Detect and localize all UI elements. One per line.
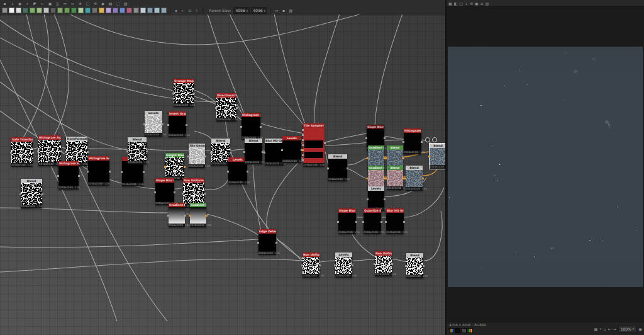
input-connector[interactable]: [386, 157, 387, 159]
graph-node-blend[interactable]: Blend2048x2048 · L16: [245, 139, 262, 164]
next-icon[interactable]: →: [613, 327, 616, 331]
output-connector[interactable]: [355, 221, 357, 223]
graph-node-levels[interactable]: Levels2048x2048 · L16: [145, 111, 162, 137]
output-connector[interactable]: [193, 93, 195, 94]
output-connector[interactable]: [42, 193, 43, 195]
graph-node-tile-generator[interactable]: Tile Generator2048x2048 · L16: [189, 144, 205, 168]
input-connector[interactable]: [302, 159, 304, 161]
input-connector[interactable]: [302, 154, 304, 156]
alert-icon[interactable]: !: [194, 8, 199, 13]
pixel-icon[interactable]: ▫: [604, 327, 606, 331]
output-connector[interactable]: [206, 215, 208, 217]
graph-node-blend[interactable]: Blend2048x2048 · L16: [211, 139, 230, 166]
output-connector[interactable]: [236, 107, 238, 109]
node-type-button-14[interactable]: [92, 8, 97, 13]
input-connector[interactable]: [215, 107, 217, 109]
node-type-button-20[interactable]: [133, 8, 139, 13]
texture-set-icon[interactable]: ▨: [288, 8, 293, 13]
input-connector[interactable]: [302, 149, 304, 151]
input-connector[interactable]: [367, 198, 369, 200]
input-connector[interactable]: [405, 265, 407, 267]
channel-black-button[interactable]: [455, 328, 460, 333]
output-connector[interactable]: [186, 124, 187, 126]
graph-node-tile-sampler[interactable]: Tile Sampler2048x2048 · L16: [303, 123, 325, 167]
node-type-button-11[interactable]: [71, 8, 77, 13]
node-type-button-24[interactable]: [161, 8, 167, 13]
input-connector[interactable]: [301, 264, 303, 266]
output-connector[interactable]: [347, 168, 348, 169]
pointer-icon[interactable]: ▪: [2, 1, 8, 6]
graph-node-blend[interactable]: Blend2048x2048 · L16: [128, 137, 147, 164]
graph-node-edge-detect[interactable]: Edge Detect2048x2048 · L16: [258, 229, 276, 255]
output-connector[interactable]: [423, 265, 425, 267]
menu-icon[interactable]: ≡: [480, 1, 484, 6]
output-connector[interactable]: [384, 137, 386, 139]
input-connector[interactable]: [121, 171, 123, 173]
output-connector[interactable]: [204, 156, 206, 157]
pattern-icon[interactable]: ▨: [123, 1, 128, 6]
output-connector[interactable]: [324, 142, 326, 144]
collapse-icon[interactable]: ⊟: [187, 8, 192, 13]
output-connector[interactable]: [403, 221, 405, 223]
channel-alpha-button[interactable]: [468, 328, 473, 333]
graph-node-gradient-linear-1[interactable]: Gradient Linear 12048x2048 · L16: [169, 203, 185, 227]
preview-viewport[interactable]: [447, 7, 644, 322]
focus-icon[interactable]: ⌖: [25, 1, 30, 6]
output-connector[interactable]: [109, 171, 111, 173]
input-connector[interactable]: [428, 156, 430, 157]
output-connector[interactable]: [380, 221, 382, 223]
input-connector[interactable]: [167, 215, 169, 217]
input-connector[interactable]: [362, 221, 364, 223]
input-connector[interactable]: [143, 123, 145, 125]
zoom-level-select[interactable]: 100% ▾: [618, 325, 637, 332]
graph-node-blend[interactable]: Blend2048x2048 · L16: [328, 154, 347, 181]
channels-icon[interactable]: ▥: [486, 1, 489, 6]
input-connector[interactable]: [57, 175, 59, 177]
node-type-button-5[interactable]: [30, 8, 35, 13]
output-connector[interactable]: [184, 215, 186, 217]
input-connector[interactable]: [302, 139, 304, 141]
input-connector[interactable]: [37, 150, 39, 152]
input-connector[interactable]: [187, 156, 189, 157]
back-icon[interactable]: ←: [40, 1, 45, 6]
graph-node-blend[interactable]: Blend2048x2048 · L16: [430, 144, 445, 169]
layers-icon[interactable]: ▤: [108, 1, 113, 6]
add-node-icon[interactable]: +: [9, 1, 15, 6]
split-view-icon[interactable]: ◧: [454, 1, 458, 6]
output-connector[interactable]: [275, 242, 277, 244]
split-icon[interactable]: ◫: [55, 1, 60, 6]
input-connector[interactable]: [227, 171, 229, 173]
center-icon[interactable]: ⌖: [599, 326, 601, 331]
input-connector[interactable]: [386, 178, 387, 179]
input-connector[interactable]: [65, 151, 67, 153]
input-connector[interactable]: [302, 144, 304, 146]
graph-node-levels[interactable]: Levels2048x2048 · L16: [368, 186, 384, 211]
node-type-button-8[interactable]: [50, 8, 56, 13]
output-connector[interactable]: [352, 264, 353, 266]
output-connector[interactable]: [247, 171, 248, 173]
graph-node-blend[interactable]: Blend2048x2048 · L16: [387, 166, 403, 190]
node-type-button-1[interactable]: [2, 8, 8, 13]
graph-node-histogram-scan[interactable]: Histogram Scan2048x2048 · L16: [242, 113, 260, 140]
graph-node-height-blend[interactable]: Height Blend2048x2048 · L16: [165, 153, 184, 180]
output-connector[interactable]: [260, 126, 262, 128]
panel-options-icon[interactable]: ▣: [638, 327, 642, 331]
rotate-icon[interactable]: ⟲: [470, 1, 473, 6]
output-connector[interactable]: [174, 191, 175, 193]
input-connector[interactable]: [164, 166, 166, 168]
output-connector[interactable]: [421, 141, 423, 143]
graph-node-safe-transform-gr[interactable]: Safe Transform Gr2048x2048 · L16: [11, 137, 33, 167]
input-connector[interactable]: [337, 221, 339, 223]
node-graph-canvas[interactable]: Grunge Map 0052048x2048 · L16Directional…: [0, 14, 445, 335]
graph-node-invert-grayscale[interactable]: Invert Grayscale2048x2048 · L16: [169, 111, 186, 137]
channel-gray-button[interactable]: [462, 328, 467, 333]
output-connector[interactable]: [422, 178, 424, 179]
node-type-button-22[interactable]: [147, 8, 153, 13]
output-connector[interactable]: [391, 263, 393, 265]
graph-node-histogram-scan[interactable]: Histogram Scan2048x2048 · L16: [88, 156, 109, 186]
prev-icon[interactable]: ←: [608, 327, 611, 331]
input-connector[interactable]: [302, 134, 304, 136]
node-type-button-21[interactable]: [140, 8, 146, 13]
diamond-icon[interactable]: ◆: [100, 1, 106, 6]
input-connector[interactable]: [243, 151, 245, 153]
